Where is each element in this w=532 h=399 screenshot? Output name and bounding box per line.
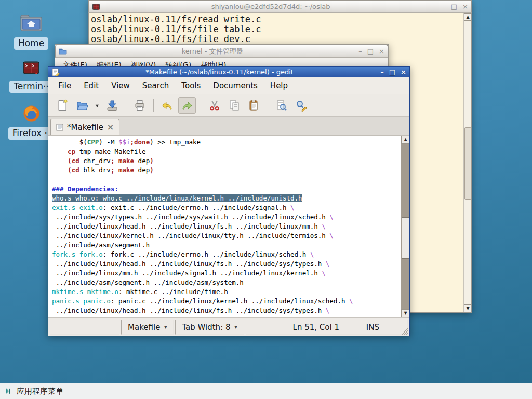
gedit-menubar: FileEditViewSearchToolsDocumentsHelp bbox=[48, 77, 409, 94]
home-folder-icon bbox=[19, 14, 43, 34]
gedit-title: *Makefile (~/oslab/linux-0.11/kernel) - … bbox=[63, 68, 376, 76]
editor-line: ../include/linux/head.h ../include/linux… bbox=[52, 222, 409, 231]
find-icon[interactable] bbox=[273, 97, 290, 114]
menu-view[interactable]: View bbox=[107, 79, 135, 92]
editor-line: (cd blk_drv; make dep) bbox=[52, 166, 409, 175]
menu-documents[interactable]: Documents bbox=[208, 79, 262, 92]
gedit-toolbar bbox=[48, 94, 409, 117]
gedit-app-icon bbox=[51, 68, 60, 76]
terminal-minimize-button[interactable] bbox=[442, 3, 446, 11]
scroll-up-icon[interactable]: ▲ bbox=[464, 13, 472, 21]
file-manager-close-button[interactable] bbox=[379, 47, 384, 56]
editor-line: (cd chr_drv; make dep) bbox=[52, 156, 409, 166]
replace-icon[interactable] bbox=[292, 97, 310, 114]
terminal-line: oslab/linux-0.11/fs/file_table.c bbox=[91, 24, 469, 34]
scroll-down-icon[interactable]: ▼ bbox=[401, 309, 409, 317]
editor-line: ../include/linux/kernel.h ../include/lin… bbox=[52, 231, 409, 241]
print-icon[interactable] bbox=[131, 97, 149, 114]
editor-line: ../include/linux/head.h ../include/linux… bbox=[52, 306, 409, 315]
terminal-close-button[interactable] bbox=[462, 3, 468, 11]
terminal-titlebar[interactable]: shiyanlou@e2dfd52d7d4d: ~/oslab bbox=[88, 0, 472, 13]
tab-label: *Makefile bbox=[67, 123, 103, 132]
editor-line: ../include/sys/types.h ../include/sys/wa… bbox=[52, 212, 409, 222]
scroll-down-icon[interactable]: ▼ bbox=[464, 304, 472, 312]
undo-icon[interactable] bbox=[158, 97, 176, 114]
menu-tools[interactable]: Tools bbox=[177, 79, 205, 92]
scroll-up-icon[interactable]: ▲ bbox=[401, 136, 409, 144]
editor-line: cp tmp_make Makefile bbox=[52, 147, 409, 156]
cut-icon[interactable] bbox=[206, 97, 223, 114]
gedit-tabbar: *Makefile × bbox=[48, 117, 409, 136]
toolbar-separator bbox=[126, 99, 126, 112]
open-file-icon[interactable] bbox=[73, 97, 91, 114]
tab-makefile[interactable]: *Makefile × bbox=[50, 119, 119, 135]
menu-file[interactable]: File bbox=[54, 79, 76, 92]
desktop-icon-home[interactable]: Home bbox=[6, 14, 56, 52]
copy-icon[interactable] bbox=[225, 97, 243, 114]
file-manager-minimize-button[interactable] bbox=[358, 47, 362, 56]
editor-line: ../include/linux/head.h ../include/linux… bbox=[52, 259, 409, 269]
new-file-icon[interactable] bbox=[54, 97, 71, 114]
gedit-maximize-button[interactable] bbox=[389, 68, 395, 76]
toolbar-separator bbox=[268, 99, 268, 112]
file-manager-titlebar[interactable]: kernel - 文件管理器 bbox=[55, 45, 388, 58]
editor-line bbox=[52, 175, 409, 184]
toolbar-separator bbox=[201, 99, 201, 112]
open-dropdown-icon[interactable] bbox=[93, 97, 101, 114]
editor-line: panic.s panic.o: panic.c ../include/linu… bbox=[52, 297, 409, 306]
tab-close-icon[interactable]: × bbox=[107, 124, 114, 131]
chevron-down-icon: ▾ bbox=[164, 324, 167, 330]
desktop-icon-label: Home bbox=[14, 37, 48, 50]
file-manager-maximize-button[interactable] bbox=[367, 47, 374, 56]
applications-menu-button[interactable]: 应用程序菜单 bbox=[17, 387, 63, 396]
editor-scrollbar-thumb[interactable] bbox=[402, 217, 409, 259]
terminal-title: shiyanlou@e2dfd52d7d4d: ~/oslab bbox=[103, 3, 438, 10]
gedit-minimize-button[interactable] bbox=[380, 68, 384, 76]
editor-line: ../include/asm/segment.h bbox=[52, 241, 409, 250]
statusbar-message-area bbox=[50, 320, 119, 335]
editor-line: fork.s fork.o: fork.c ../include/errno.h… bbox=[52, 250, 409, 259]
paste-icon[interactable] bbox=[245, 97, 263, 114]
editor-line-selected: who.s who.o: who.c ../include/linux/kern… bbox=[52, 194, 409, 203]
desktop-icon-label: Termin·· bbox=[9, 81, 53, 93]
editor-scrollbar[interactable]: ▲ ▼ bbox=[401, 136, 409, 317]
resize-grip[interactable] bbox=[401, 328, 408, 335]
insert-mode-indicator: INS bbox=[366, 323, 379, 332]
document-icon bbox=[56, 124, 63, 131]
tab-width-dropdown[interactable]: Tab Width: 8 ▾ bbox=[175, 320, 244, 335]
firefox-icon bbox=[23, 105, 40, 124]
editor-line: exit.s exit.o: exit.c ../include/errno.h… bbox=[52, 203, 409, 212]
redo-icon[interactable] bbox=[178, 97, 196, 114]
desktop-icon-label: Firefox ·· bbox=[8, 127, 54, 140]
language-value: Makefile bbox=[128, 323, 160, 332]
editor-line: $(CPP) -M $$i;done) >> tmp_make bbox=[52, 138, 409, 147]
folder-icon bbox=[59, 47, 67, 56]
terminal-line: oslab/linux-0.11/fs/read_write.c bbox=[91, 15, 469, 24]
editor-content: $(CPP) -M $$i;done) >> tmp_make cp tmp_m… bbox=[48, 136, 409, 317]
terminal-line: oslab/linux-0.11/fs/file_dev.c bbox=[91, 34, 469, 44]
gedit-statusbar: Makefile ▾ Tab Width: 8 ▾ Ln 51, Col 1 I… bbox=[48, 317, 409, 336]
chevron-down-icon: ▾ bbox=[235, 324, 237, 330]
gedit-close-button[interactable] bbox=[401, 68, 406, 76]
caret-position: Ln 51, Col 1 bbox=[293, 323, 339, 332]
language-dropdown[interactable]: Makefile ▾ bbox=[121, 320, 174, 335]
taskbar: 应用程序菜单 bbox=[0, 383, 532, 399]
terminal-scrollbar-thumb[interactable] bbox=[464, 127, 471, 200]
save-file-icon[interactable] bbox=[103, 97, 121, 114]
menu-edit[interactable]: Edit bbox=[79, 79, 103, 92]
terminal-app-icon bbox=[92, 3, 100, 11]
menu-help[interactable]: Help bbox=[265, 79, 292, 92]
caret-position-area: Ln 51, Col 1 INS bbox=[246, 320, 408, 335]
terminal-maximize-button[interactable] bbox=[451, 3, 457, 11]
gedit-titlebar[interactable]: *Makefile (~/oslab/linux-0.11/kernel) - … bbox=[48, 66, 409, 77]
terminal-scrollbar[interactable]: ▲ ▼ bbox=[463, 13, 471, 312]
gedit-editor[interactable]: $(CPP) -M $$i;done) >> tmp_make cp tmp_m… bbox=[48, 136, 409, 317]
editor-line: ### Dependencies: bbox=[52, 184, 409, 194]
tab-width-value: 8 bbox=[225, 323, 231, 332]
editor-line: ../include/linux/mm.h ../include/signal.… bbox=[52, 269, 409, 278]
gedit-window: *Makefile (~/oslab/linux-0.11/kernel) - … bbox=[48, 66, 410, 336]
desktop: HomeTermin··Firefox ·· shiyanlou@e2dfd52… bbox=[0, 0, 532, 399]
editor-line: ../include/asm/segment.h ../include/asm/… bbox=[52, 278, 409, 287]
applications-menu-icon bbox=[4, 387, 12, 395]
menu-search[interactable]: Search bbox=[138, 79, 174, 92]
